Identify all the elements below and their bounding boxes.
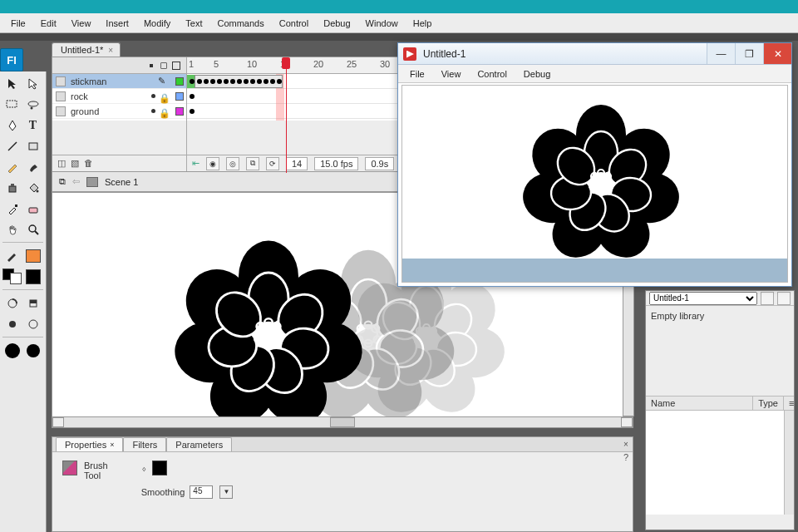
keyframe-icon[interactable]: [197, 79, 202, 84]
help-icon[interactable]: ?: [621, 452, 631, 462]
lock-column-icon[interactable]: [160, 62, 167, 69]
preview-menu-debug[interactable]: Debug: [515, 66, 559, 81]
free-transform-tool[interactable]: [23, 95, 42, 114]
zoom-tool[interactable]: [23, 219, 42, 239]
brush-size-icon[interactable]: [2, 341, 22, 360]
layer-row[interactable]: ground 🔒: [52, 104, 187, 119]
keyframe-icon[interactable]: [264, 79, 268, 84]
dropdown-icon[interactable]: ▼: [219, 485, 233, 499]
keyframe-icon[interactable]: [217, 79, 222, 84]
option-snap-icon[interactable]: [2, 293, 22, 313]
tab-properties[interactable]: Properties×: [56, 437, 123, 451]
rectangle-tool[interactable]: [23, 136, 42, 155]
playhead-line[interactable]: [286, 57, 287, 173]
new-layer-icon[interactable]: ◫: [57, 158, 66, 169]
scroll-left-icon[interactable]: [52, 417, 64, 427]
menu-view[interactable]: View: [64, 15, 99, 32]
fill-color-swatch[interactable]: [152, 461, 167, 475]
brush-shape-icon[interactable]: [23, 341, 42, 360]
keyframe-icon[interactable]: [204, 79, 209, 84]
smoothing-input[interactable]: 45: [190, 485, 213, 499]
fill-style-icon[interactable]: ⬨: [141, 463, 147, 473]
stage-scrollbar-horizontal[interactable]: [52, 416, 633, 428]
ink-bottle-tool[interactable]: [2, 178, 22, 197]
swf-preview-window[interactable]: Untitled-1 — ❐ ✕ File View Control Debug: [397, 42, 792, 287]
subselection-tool[interactable]: [23, 74, 42, 93]
keyframe-icon[interactable]: [257, 79, 262, 84]
keyframe-icon[interactable]: [190, 94, 195, 99]
library-document-select[interactable]: Untitled-1: [649, 292, 757, 305]
lasso-tool[interactable]: [2, 95, 22, 114]
tab-parameters[interactable]: Parameters: [166, 437, 232, 451]
keyframe-icon[interactable]: [190, 79, 195, 84]
close-icon[interactable]: ×: [108, 46, 113, 55]
text-tool[interactable]: T: [23, 116, 42, 135]
brush-tool[interactable]: [23, 157, 42, 176]
close-button[interactable]: ✕: [763, 43, 791, 64]
menu-commands[interactable]: Commands: [209, 15, 271, 32]
eraser-tool[interactable]: [23, 199, 42, 218]
keyframe-icon[interactable]: [230, 79, 235, 84]
keyframe-icon[interactable]: [190, 109, 195, 114]
preview-menu-file[interactable]: File: [401, 66, 433, 81]
fill-color-swatch[interactable]: [23, 246, 42, 265]
menu-modify[interactable]: Modify: [136, 15, 178, 32]
preview-titlebar[interactable]: Untitled-1 — ❐ ✕: [398, 43, 791, 65]
paint-bucket-tool[interactable]: [23, 178, 42, 197]
delete-layer-icon[interactable]: 🗑: [84, 158, 93, 169]
collapse-icon[interactable]: ⧉: [59, 176, 66, 187]
close-icon[interactable]: ×: [110, 441, 114, 449]
onion-outline-icon[interactable]: ◎: [226, 157, 239, 170]
preview-menu-control[interactable]: Control: [469, 66, 515, 81]
library-scrollbar[interactable]: [784, 411, 794, 515]
pencil-tool[interactable]: [2, 157, 22, 176]
col-sort-icon[interactable]: ≡: [783, 397, 794, 410]
pin-library-icon[interactable]: [761, 292, 774, 305]
modify-markers-icon[interactable]: ⟳: [266, 157, 279, 170]
outline-column-icon[interactable]: [172, 62, 180, 70]
scroll-right-icon[interactable]: [621, 417, 633, 427]
document-tab[interactable]: Untitled-1* ×: [52, 42, 121, 57]
swap-colors-icon[interactable]: [2, 267, 22, 286]
menu-text[interactable]: Text: [178, 15, 209, 32]
menu-file[interactable]: File: [3, 15, 33, 32]
col-type[interactable]: Type: [753, 397, 783, 410]
option-smooth-icon[interactable]: [23, 293, 42, 313]
back-icon[interactable]: ⇦: [72, 176, 80, 187]
keyframe-icon[interactable]: [270, 79, 275, 84]
option-oval-icon[interactable]: [2, 314, 22, 333]
tab-filters[interactable]: Filters: [123, 437, 166, 451]
line-tool[interactable]: [2, 136, 22, 155]
menu-debug[interactable]: Debug: [316, 15, 357, 32]
layer-row[interactable]: rock 🔒: [52, 89, 187, 104]
keyframe-icon[interactable]: [277, 79, 282, 84]
minimize-button[interactable]: —: [707, 43, 735, 64]
eyedropper-tool[interactable]: [2, 199, 22, 218]
keyframe-icon[interactable]: [210, 79, 215, 84]
keyframe-icon[interactable]: [237, 79, 242, 84]
playhead-icon[interactable]: [282, 57, 290, 69]
new-folder-icon[interactable]: ▧: [71, 158, 79, 169]
keyframe-icon[interactable]: [224, 79, 229, 84]
col-name[interactable]: Name: [646, 397, 753, 410]
scroll-thumb[interactable]: [330, 417, 355, 427]
pen-tool[interactable]: [2, 116, 22, 135]
maximize-button[interactable]: ❐: [735, 43, 763, 64]
keyframe-icon[interactable]: [250, 79, 255, 84]
menu-insert[interactable]: Insert: [98, 15, 136, 32]
stroke-color-tool[interactable]: [2, 246, 22, 265]
library-item-list[interactable]: [646, 411, 784, 515]
close-icon[interactable]: ×: [621, 439, 631, 449]
option-rect-icon[interactable]: [23, 314, 42, 333]
preview-menu-view[interactable]: View: [433, 66, 470, 81]
menu-edit[interactable]: Edit: [33, 15, 64, 32]
menu-window[interactable]: Window: [358, 15, 406, 32]
layer-row[interactable]: stickman ✎: [52, 74, 187, 89]
edit-multiple-icon[interactable]: ⧉: [246, 157, 259, 170]
new-library-icon[interactable]: [777, 292, 791, 305]
menu-help[interactable]: Help: [406, 15, 440, 32]
scene-name[interactable]: Scene 1: [105, 177, 138, 187]
default-colors-swatch[interactable]: [23, 267, 42, 286]
hand-tool[interactable]: [2, 219, 22, 239]
menu-control[interactable]: Control: [272, 15, 316, 32]
